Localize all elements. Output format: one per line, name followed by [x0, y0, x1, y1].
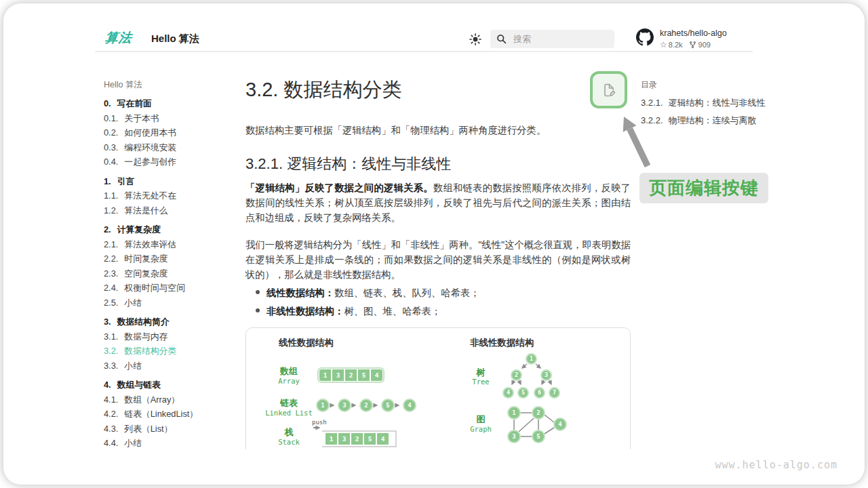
- paragraph-linear-nonlinear: 我们一般将逻辑结构分为「线性」和「非线性」两种。"线性"这个概念很直观，即表明数…: [245, 237, 631, 282]
- sidebar-item[interactable]: 0. 写在前面: [104, 96, 243, 111]
- tree-node: 2: [511, 369, 522, 381]
- sidebar-item[interactable]: 1.2. 算法是什么: [104, 203, 243, 218]
- sidebar-item-number: 1.: [104, 174, 111, 189]
- sidebar-item[interactable]: 2.2. 时间复杂度: [104, 251, 243, 266]
- sidebar-item[interactable]: 0.1. 关于本书: [104, 111, 243, 126]
- figure-viewport: 线性数据结构 非线性数据结构 数组 Array 链表 Linked List 栈…: [245, 327, 631, 449]
- sidebar-item[interactable]: 4.2. 链表（LinkedList）: [104, 407, 243, 422]
- search-icon: [496, 34, 507, 44]
- paragraph-bold-lead: 「逻辑结构」反映了数据之间的逻辑关系。: [245, 182, 433, 193]
- array-label-zh: 数组: [258, 365, 319, 378]
- sidebar-item[interactable]: 2.4. 权衡时间与空间: [104, 281, 243, 296]
- stack-label-en: Stack: [258, 438, 319, 446]
- sidebar-item[interactable]: 3.2. 数据结构分类: [104, 344, 243, 359]
- sidebar-item-label: 算法无处不在: [124, 188, 176, 203]
- graph-node: 1: [507, 406, 521, 420]
- page-edit-button[interactable]: [590, 71, 627, 108]
- sidebar-item-number: 1.2.: [104, 203, 118, 218]
- bullet-list: 线性数据结构：数组、链表、栈、队列、哈希表； 非线性数据结构：树、图、堆、哈希表…: [256, 284, 629, 321]
- tree-node: 7: [549, 387, 560, 399]
- sidebar-item[interactable]: 1.1. 算法无处不在: [104, 188, 243, 203]
- screenshot-stage: 算法 Hello 算法 krahets/hello-algo ☆: [0, 0, 868, 488]
- toc-item-label: 逻辑结构：线性与非线性: [669, 94, 766, 112]
- sidebar-item-label: 算法是什么: [124, 203, 167, 218]
- list-node: 4: [403, 399, 416, 412]
- sidebar-item[interactable]: 3.1. 数据与内存: [104, 329, 243, 344]
- array-cells: 1 3 2 5 4: [317, 367, 384, 383]
- sidebar-item-label: 如何使用本书: [124, 125, 176, 140]
- sidebar-item-number: 2.2.: [104, 251, 118, 266]
- sidebar-title: Hello 算法: [104, 78, 243, 92]
- theme-toggle-button[interactable]: [469, 33, 482, 46]
- star-count: 8.2k: [669, 41, 683, 49]
- sidebar-item-number: 0.3.: [104, 140, 118, 155]
- site-logo[interactable]: 算法: [104, 29, 134, 47]
- data-structure-figure: 线性数据结构 非线性数据结构 数组 Array 链表 Linked List 栈…: [245, 327, 631, 449]
- github-repo-link[interactable]: krahets/hello-algo ☆ 8.2k 909: [636, 28, 727, 49]
- toc-item[interactable]: 3.2.1. 逻辑结构：线性与非线性: [641, 94, 790, 112]
- sidebar-item[interactable]: 3.3. 小结: [104, 359, 243, 373]
- array-cell: 2: [345, 369, 357, 381]
- repo-stats: ☆ 8.2k 909: [660, 40, 727, 49]
- sidebar-item[interactable]: 1. 引言: [104, 174, 243, 189]
- figure-title-linear: 线性数据结构: [279, 337, 334, 349]
- array-cell: 1: [319, 369, 331, 381]
- search-input[interactable]: [512, 33, 600, 45]
- sidebar-item-number: 3.3.: [104, 359, 118, 373]
- sidebar-item[interactable]: 2. 计算复杂度: [104, 222, 243, 237]
- star-icon: ☆: [660, 40, 667, 49]
- bullet-bold: 非线性数据结构：: [267, 306, 344, 317]
- stack-cell: 5: [364, 433, 376, 445]
- edit-file-icon: [601, 82, 617, 98]
- sidebar-item[interactable]: 0.2. 如何使用本书: [104, 125, 243, 140]
- sidebar-item-label: 数据与内存: [124, 329, 167, 344]
- sidebar-item-label: 链表（LinkedList）: [124, 407, 198, 422]
- page-title: 3.2. 数据结构分类: [245, 77, 401, 104]
- sidebar-item-label: 小结: [124, 359, 142, 373]
- bullet-item: 非线性数据结构：树、图、堆、哈希表；: [256, 302, 629, 321]
- sidebar-item-number: 3.: [104, 314, 111, 329]
- tree-node: 4: [502, 387, 514, 399]
- toc-item[interactable]: 3.2.2. 物理结构：连续与离散: [641, 112, 790, 129]
- sidebar-item-number: 2.: [104, 222, 111, 237]
- array-label-en: Array: [258, 377, 319, 385]
- search-box[interactable]: [490, 30, 614, 48]
- sidebar-item[interactable]: 4.3. 列表（List）: [104, 422, 243, 436]
- sidebar-item[interactable]: 0.4. 一起参与创作: [104, 155, 243, 169]
- fork-count: 909: [698, 41, 711, 49]
- stack-cell: 2: [351, 433, 363, 445]
- toc-item-number: 3.2.1.: [641, 94, 663, 112]
- list-node: 3: [338, 399, 351, 412]
- stack-cell: 4: [377, 433, 389, 445]
- sidebar-item[interactable]: 2.1. 算法效率评估: [104, 237, 243, 252]
- sidebar-item-label: 权衡时间与空间: [124, 281, 185, 296]
- fork-icon: [689, 41, 696, 49]
- sidebar-item-label: 列表（List）: [124, 422, 172, 436]
- intro-paragraph: 数据结构主要可根据「逻辑结构」和「物理结构」两种角度进行分类。: [245, 123, 631, 138]
- sidebar-item-number: 4.1.: [104, 392, 118, 407]
- sidebar-item[interactable]: 4.4. 小结: [104, 436, 243, 449]
- sidebar-item-label: 数据结构简介: [117, 314, 170, 329]
- sidebar-item[interactable]: 0.3. 编程环境安装: [104, 140, 243, 155]
- sidebar-item[interactable]: 4.1. 数组（Array）: [104, 392, 243, 407]
- stack-cell: 3: [338, 433, 350, 445]
- stack-cell: 1: [326, 433, 337, 445]
- sidebar-item[interactable]: 4. 数组与链表: [104, 378, 243, 392]
- stack-cells: 1 3 2 5 4: [326, 433, 389, 445]
- sidebar-item-number: 4.4.: [104, 436, 118, 449]
- sidebar-item-label: 引言: [117, 174, 135, 189]
- list-label-en: Linked List: [258, 409, 319, 417]
- list-node: 2: [359, 399, 373, 412]
- sidebar-item-label: 小结: [124, 436, 142, 449]
- section-heading: 3.2.1. 逻辑结构：线性与非线性: [245, 154, 451, 174]
- sidebar-item[interactable]: 2.5. 小结: [104, 296, 243, 310]
- bullet-dot: [256, 308, 260, 312]
- sidebar-item[interactable]: 2.3. 空间复杂度: [104, 266, 243, 281]
- sidebar-item-number: 4.2.: [104, 407, 118, 422]
- sidebar-item-label: 数据结构分类: [124, 344, 176, 359]
- sidebar-item-label: 小结: [124, 296, 142, 310]
- sidebar-item[interactable]: 3. 数据结构简介: [104, 314, 243, 329]
- tree-node: 1: [526, 353, 537, 365]
- graph-node: 3: [507, 430, 521, 443]
- sidebar-item-number: 0.2.: [104, 125, 118, 140]
